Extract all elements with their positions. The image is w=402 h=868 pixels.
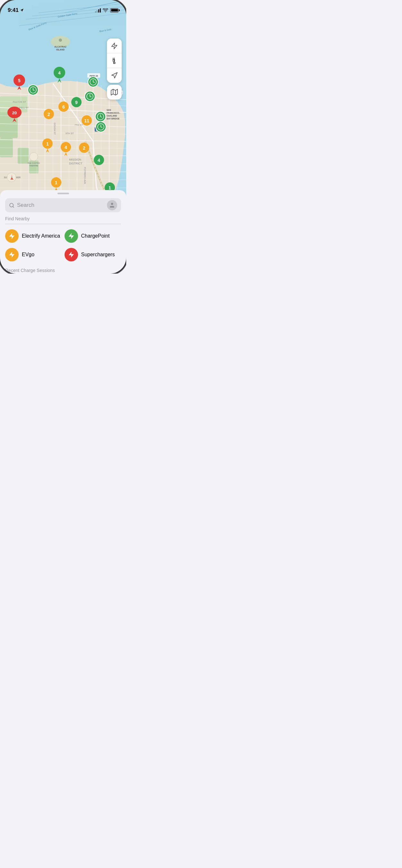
evgo-name: EVgo	[22, 252, 34, 257]
svg-text:DISTRICT: DISTRICT	[69, 162, 83, 165]
svg-text:5: 5	[18, 78, 21, 83]
map-view-controls	[107, 85, 122, 99]
search-bar[interactable]: Search	[5, 198, 121, 212]
svg-text:MISSION: MISSION	[69, 158, 81, 161]
svg-text:THEATRE: THEATRE	[29, 165, 38, 167]
svg-text:4: 4	[58, 70, 61, 75]
map-view-button[interactable]	[107, 85, 122, 99]
svg-text:2: 2	[48, 112, 50, 117]
svg-marker-131	[9, 251, 15, 257]
svg-point-125	[105, 11, 105, 12]
svg-text:THE CASTRO: THE CASTRO	[28, 162, 40, 164]
search-placeholder[interactable]: Search	[17, 202, 104, 209]
bolt-icon-cp	[68, 232, 75, 240]
svg-text:2: 2	[83, 146, 85, 151]
user-icon	[109, 202, 115, 209]
user-avatar[interactable]	[107, 200, 117, 210]
signal-bar-3	[98, 9, 99, 12]
supercharger-icon	[65, 248, 78, 261]
svg-text:9: 9	[75, 100, 78, 105]
svg-text:🗼: 🗼	[9, 175, 15, 180]
svg-text:ISLAND: ISLAND	[56, 49, 65, 51]
chargepoint-name: ChargePoint	[81, 233, 110, 239]
electrify-america-icon	[5, 229, 19, 243]
svg-text:11: 11	[84, 118, 89, 123]
svg-text:4: 4	[65, 145, 67, 150]
location-arrow-icon	[20, 8, 24, 12]
battery-icon	[110, 8, 119, 12]
phone-frame: ALCATRAZ ISLAND PIER 39 Blue & Gold Ferr…	[0, 0, 126, 274]
svg-text:9TH ST: 9TH ST	[65, 132, 74, 135]
svg-text:POTRERO AVE: POTRERO AVE	[84, 167, 86, 184]
network-evgo[interactable]: EVgo	[5, 247, 62, 263]
recent-sessions-label: Recent Charge Sessions	[0, 263, 126, 274]
svg-marker-121	[111, 89, 118, 95]
bolt-icon-ea	[8, 232, 16, 240]
svg-text:BAY BRIDGE: BAY BRIDGE	[106, 118, 120, 120]
svg-text:SAN: SAN	[106, 109, 111, 111]
svg-marker-124	[21, 9, 24, 12]
svg-text:FULTON ST: FULTON ST	[13, 100, 26, 103]
signal-bar-2	[97, 10, 98, 12]
map-area[interactable]: ALCATRAZ ISLAND PIER 39 Blue & Gold Ferr…	[0, 0, 126, 199]
svg-point-128	[111, 203, 113, 205]
svg-marker-129	[9, 233, 15, 239]
status-bar: 9:41	[0, 0, 126, 16]
svg-text:6: 6	[62, 104, 65, 110]
battery-fill	[111, 9, 118, 11]
status-time: 9:41	[8, 7, 24, 13]
svg-text:1: 1	[46, 141, 49, 147]
supercharger-name: Superchargers	[81, 252, 115, 257]
svg-text:FRANCISCO–: FRANCISCO–	[106, 112, 120, 114]
evgo-icon	[5, 248, 19, 261]
chargepoint-icon	[65, 229, 78, 243]
svg-point-40	[59, 38, 62, 42]
bottom-panel: Search Find Nearby Electrify America	[0, 190, 126, 274]
location-button[interactable]	[107, 68, 122, 83]
signal-icon	[95, 8, 101, 12]
svg-text:ALCATRAZ: ALCATRAZ	[54, 45, 66, 48]
network-grid: Electrify America ChargePoint EVgo	[0, 224, 126, 263]
map-controls	[107, 38, 122, 99]
filter-controls	[107, 38, 122, 83]
svg-marker-120	[112, 72, 117, 78]
wifi-icon	[103, 8, 108, 12]
bolt-icon-sc	[68, 251, 75, 258]
find-nearby-label: Find Nearby	[0, 212, 126, 224]
svg-text:4: 4	[98, 158, 100, 163]
search-icon	[9, 203, 14, 208]
svg-marker-130	[68, 233, 74, 239]
plug-filter-button[interactable]	[107, 53, 122, 68]
network-superchargers[interactable]: Superchargers	[65, 247, 121, 263]
network-electrify-america[interactable]: Electrify America	[5, 228, 62, 244]
flash-filter-button[interactable]	[107, 38, 122, 53]
svg-marker-116	[112, 43, 117, 49]
svg-text:7TH ST: 7TH ST	[74, 124, 83, 126]
svg-text:1: 1	[109, 185, 111, 190]
svg-text:20: 20	[12, 111, 17, 115]
network-chargepoint[interactable]: ChargePoint	[65, 228, 121, 244]
svg-text:FELL ST: FELL ST	[19, 106, 29, 109]
svg-marker-132	[68, 251, 74, 257]
status-indicators	[95, 8, 119, 12]
electrify-america-name: Electrify America	[22, 233, 60, 239]
drag-handle[interactable]	[58, 193, 69, 194]
svg-text:GOUGH ST: GOUGH ST	[54, 123, 56, 135]
time-text: 9:41	[8, 7, 19, 13]
svg-text:OAKLAND: OAKLAND	[106, 115, 117, 117]
svg-line-127	[13, 206, 14, 207]
svg-point-56	[30, 153, 38, 161]
signal-bar-4	[100, 8, 101, 12]
bolt-icon-evgo	[8, 251, 16, 258]
signal-bar-1	[95, 11, 96, 12]
svg-text:1: 1	[55, 180, 58, 185]
